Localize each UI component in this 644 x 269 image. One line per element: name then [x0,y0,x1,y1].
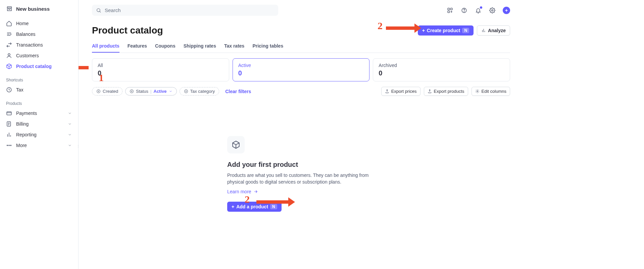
empty-icon-container [227,136,245,153]
clock-icon [6,87,12,93]
nav-label: Balances [16,31,36,37]
business-switcher[interactable]: New business [0,5,78,18]
notifications-icon[interactable] [475,7,482,14]
package-icon [232,140,240,149]
chevron-down-icon [67,143,72,148]
notification-dot [480,6,482,9]
filter-tax-category[interactable]: Tax category [180,87,219,95]
tab-coupons[interactable]: Coupons [155,40,176,53]
apps-icon[interactable] [446,7,454,14]
business-name: New business [16,6,50,12]
learn-more-link[interactable]: Learn more [227,189,258,194]
nav-label: Product catalog [16,64,52,69]
tab-shipping-rates[interactable]: Shipping rates [184,40,216,53]
filter-status[interactable]: Status | Active [125,87,177,95]
stat-label: Active [238,63,364,68]
sidebar: New business Home Balances Transactions … [0,0,79,269]
export-products-button[interactable]: Export products [424,87,468,96]
export-prices-button[interactable]: Export prices [381,87,420,96]
plus-icon: + [422,28,425,33]
export-icon [428,89,432,93]
tab-features[interactable]: Features [128,40,147,53]
tabs: All products Features Coupons Shipping r… [92,40,510,53]
nav-home[interactable]: Home [0,18,78,29]
svg-rect-16 [451,8,452,10]
button-label: Export prices [391,89,417,94]
svg-point-11 [7,145,8,146]
quick-create-button[interactable]: + [503,7,510,14]
button-label: Edit columns [482,89,506,94]
stat-value: 0 [238,69,364,77]
filter-created[interactable]: Created [92,87,122,95]
tab-tax-rates[interactable]: Tax rates [224,40,244,53]
stat-all[interactable]: All 0 [92,58,229,81]
filter-row: Created Status | Active Tax category Cle… [92,87,510,96]
annotation-number-1: 1 [99,72,104,83]
wallet-icon [6,110,12,116]
more-icon [6,142,12,148]
nav-balances[interactable]: Balances [0,29,78,40]
chevron-down-icon [67,122,72,126]
filter-label: Status [136,89,148,94]
svg-point-27 [477,91,478,92]
nav-product-catalog[interactable]: Product catalog [0,61,78,72]
table-actions: Export prices Export products Edit colum… [381,87,510,96]
filters: Created Status | Active Tax category Cle… [92,87,251,95]
shortcuts-heading: Shortcuts [0,72,78,84]
nav-customers[interactable]: Customers [0,50,78,61]
nav-more[interactable]: More [0,140,78,151]
edit-columns-button[interactable]: Edit columns [472,87,510,96]
svg-point-3 [10,34,11,35]
nav-label: Transactions [16,42,43,48]
clear-filters-link[interactable]: Clear filters [225,89,251,94]
nav-label: Billing [16,121,29,127]
storefront-icon [6,5,13,12]
svg-point-4 [8,54,10,56]
create-product-button[interactable]: + Create product N [418,25,474,36]
product-catalog-icon [6,63,12,69]
filter-label: Created [103,89,118,94]
search-icon [96,8,101,13]
annotation-number-2-bottom: 2 [245,194,250,205]
top-icons: + [446,7,510,14]
tab-all-products[interactable]: All products [92,40,119,53]
stat-value: 0 [98,69,224,77]
empty-body: Products are what you sell to customers.… [227,172,375,186]
plus-circle-icon [96,89,101,93]
annotation-arrow-1 [79,63,89,72]
nav-reporting[interactable]: Reporting [0,129,78,140]
plus-circle-icon [184,89,188,93]
billing-icon [6,121,12,127]
keyboard-shortcut-badge: N [462,28,469,33]
chevron-down-icon [67,132,72,137]
settings-icon[interactable] [489,7,496,14]
nav-payments[interactable]: Payments [0,108,78,119]
empty-title: Add your first product [227,161,375,169]
stat-label: Archived [379,63,504,68]
svg-rect-15 [448,8,449,10]
customers-icon [6,53,12,59]
products-heading: Products [0,95,78,108]
help-icon[interactable] [460,7,468,14]
analyze-button[interactable]: Analyze [477,25,510,36]
nav-billing[interactable]: Billing [0,119,78,129]
button-label: Create product [427,28,460,33]
main-content: Search + Product catalog + Create produc… [79,0,520,269]
nav-label: Customers [16,53,39,58]
chevron-down-icon [169,89,172,93]
nav-label: Tax [16,87,23,92]
filter-label: Tax category [190,89,215,94]
tab-pricing-tables[interactable]: Pricing tables [252,40,283,53]
nav-transactions[interactable]: Transactions [0,40,78,50]
chevron-down-icon [67,111,72,116]
stat-active[interactable]: Active 0 [233,58,370,81]
arrow-right-icon [253,189,258,194]
svg-point-14 [97,8,100,11]
annotation-number-2-top: 2 [378,20,383,31]
stat-cards: All 0 Active 0 Archived 0 [92,58,510,81]
x-circle-icon [130,89,134,93]
stat-archived[interactable]: Archived 0 [373,58,510,81]
nav-tax[interactable]: Tax [0,84,78,95]
search-input[interactable]: Search [92,5,278,16]
nav-label: More [16,143,27,148]
